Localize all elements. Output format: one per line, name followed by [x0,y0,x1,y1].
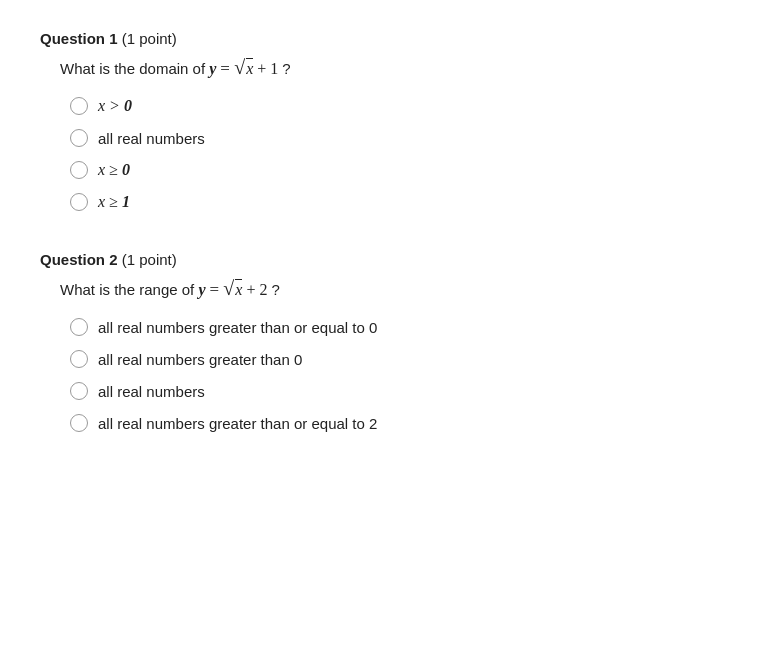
q2-option-2: all real numbers greater than 0 [70,350,735,368]
question-1-points: (1 point) [122,30,177,47]
question-2-options: all real numbers greater than or equal t… [70,318,735,432]
q1-option-4-label: x ≥ 1 [98,193,130,211]
question-1-text: What is the domain of y = √x + 1 ? [60,57,735,79]
q2-radio-3[interactable] [70,382,88,400]
q1-option-1-label: x > 0 [98,97,132,115]
q2-radio-4[interactable] [70,414,88,432]
q1-option-3-label: x ≥ 0 [98,161,130,179]
q2-option-4-label: all real numbers greater than or equal t… [98,415,377,432]
question-2-text: What is the range of y = √x + 2 ? [60,278,735,300]
q2-option-3-label: all real numbers [98,383,205,400]
q1-radio-1[interactable] [70,97,88,115]
q1-radio-3[interactable] [70,161,88,179]
question-2-formula: y = √x + 2 [198,281,271,298]
q2-option-3: all real numbers [70,382,735,400]
q1-option-2-label: all real numbers [98,130,205,147]
q2-option-1: all real numbers greater than or equal t… [70,318,735,336]
question-1-formula: y = √x + 1 [209,60,282,77]
question-2: Question 2 (1 point) What is the range o… [40,251,735,432]
q2-option-4: all real numbers greater than or equal t… [70,414,735,432]
question-2-points: (1 point) [122,251,177,268]
question-1-header: Question 1 (1 point) [40,30,735,47]
question-1-options: x > 0 all real numbers x ≥ 0 x ≥ 1 [70,97,735,211]
q1-option-4: x ≥ 1 [70,193,735,211]
q1-option-3: x ≥ 0 [70,161,735,179]
question-1-number: Question 1 [40,30,118,47]
q1-radio-2[interactable] [70,129,88,147]
q1-option-2: all real numbers [70,129,735,147]
q1-radio-4[interactable] [70,193,88,211]
question-1: Question 1 (1 point) What is the domain … [40,30,735,211]
q2-option-2-label: all real numbers greater than 0 [98,351,302,368]
question-2-number: Question 2 [40,251,118,268]
q1-option-1: x > 0 [70,97,735,115]
q2-radio-1[interactable] [70,318,88,336]
q2-option-1-label: all real numbers greater than or equal t… [98,319,377,336]
question-2-header: Question 2 (1 point) [40,251,735,268]
q2-radio-2[interactable] [70,350,88,368]
